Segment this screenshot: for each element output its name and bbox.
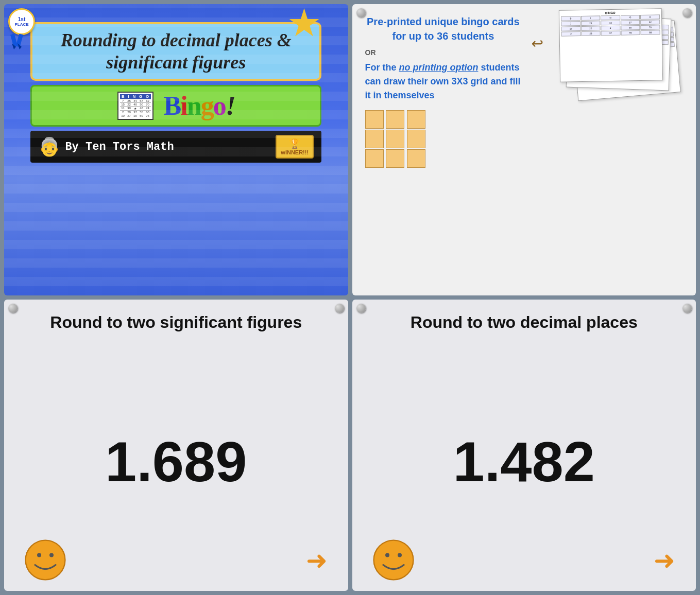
- bingo-letter-o: o: [213, 91, 226, 120]
- first-place-badge: 1st PLACE: [8, 8, 35, 35]
- bingo-sheet-front: BINGO BINGO 725445762 1522★5070 22837556…: [559, 8, 663, 82]
- bingo-card-mini: BINGO 725445762 1522405070 1130★4674 228…: [117, 92, 153, 120]
- bingo-letter-g: g: [201, 91, 213, 120]
- svg-point-9: [398, 553, 402, 557]
- pre-printed-text: Pre-printed unique bingo cards for up to…: [365, 14, 522, 43]
- bingo-row: BINGO 725445762 1522405070 1130★4674 228…: [30, 85, 321, 127]
- svg-point-4: [26, 540, 65, 580]
- next-arrow-icon[interactable]: ➜: [306, 546, 328, 575]
- badge-1st-text: 1st: [18, 16, 25, 22]
- bingo-letter-i: i: [180, 91, 186, 120]
- next-arrow-icon[interactable]: ➜: [654, 546, 675, 575]
- smiley-icon: [373, 539, 414, 581]
- grid-cell: [407, 110, 425, 129]
- info-panel: Pre-printed unique bingo cards for up to…: [352, 4, 696, 295]
- bingo-exclamation: !: [226, 91, 235, 120]
- sig-figures-title: Round to two significant figures: [50, 312, 302, 332]
- author-bar: 👵 By Ten Tors Math 🏆 wINNER!!!: [30, 131, 321, 163]
- smiley-icon: [25, 539, 66, 581]
- badge-place-text: PLACE: [14, 22, 28, 27]
- svg-point-8: [385, 553, 389, 557]
- grid-cell: [407, 130, 425, 148]
- or-text: OR: [365, 48, 522, 57]
- pin-top-left: [356, 304, 366, 313]
- svg-point-7: [373, 540, 413, 580]
- bingo-letter-n: n: [187, 91, 201, 120]
- decimal-places-panel: Round to two decimal places 1.482 ➜: [352, 300, 696, 591]
- sig-figures-number: 1.689: [105, 429, 247, 494]
- grid-cell: [365, 110, 384, 129]
- title-panel: 1st PLACE Rounding to decimal places & s…: [4, 4, 348, 295]
- grid-cell: [386, 130, 404, 148]
- pin-top-right: [335, 304, 344, 313]
- arrow-curve-icon: ↪: [532, 35, 543, 52]
- grid-cell: [365, 130, 384, 148]
- author-text: By Ten Tors Math: [65, 141, 174, 153]
- pin-top-right: [682, 304, 692, 313]
- winner-text: wINNER!!!: [281, 149, 309, 155]
- decimal-places-title: Round to two decimal places: [411, 312, 638, 332]
- main-title: Rounding to decimal places & significant…: [43, 29, 309, 74]
- no-print-italic: no printing option: [399, 62, 479, 73]
- no-print-description: For the no printing option students can …: [365, 61, 522, 102]
- mascot-icon: 👵: [38, 136, 61, 157]
- pin-top-left: [356, 8, 366, 18]
- decimal-places-number: 1.482: [453, 429, 595, 494]
- bingo-letter-b: B: [164, 91, 181, 120]
- ribbon-icon: [9, 34, 25, 49]
- grid-cell: [407, 149, 425, 168]
- bingo-logo-text: Bingo!: [164, 91, 235, 121]
- svg-point-5: [37, 553, 41, 557]
- grid-cell: [386, 149, 404, 168]
- pin-top-left: [8, 304, 18, 313]
- grid-cell: [365, 149, 384, 168]
- sig-figures-panel: Round to two significant figures 1.689 ➜: [4, 300, 348, 591]
- sample-3x3-grid: [365, 110, 427, 168]
- title-box: Rounding to decimal places & significant…: [30, 22, 321, 81]
- pin-top-right: [682, 8, 692, 18]
- svg-point-6: [49, 553, 54, 557]
- grid-cell: [386, 110, 404, 129]
- winner-badge: 🏆 wINNER!!!: [276, 135, 314, 159]
